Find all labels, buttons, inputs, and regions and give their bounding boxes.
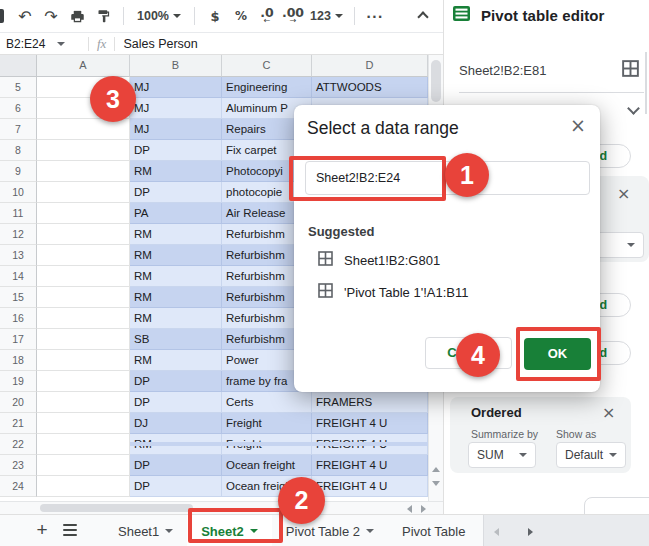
scroll-right-icon[interactable] xyxy=(421,505,426,513)
cell[interactable] xyxy=(37,119,130,140)
cell[interactable] xyxy=(37,371,130,392)
scroll-left-icon[interactable] xyxy=(407,505,412,513)
cell[interactable]: RM xyxy=(130,245,222,266)
scroll-down-icon[interactable] xyxy=(432,481,440,486)
column-header-B[interactable]: B xyxy=(130,55,222,77)
undo-icon[interactable]: ↶ xyxy=(12,4,38,28)
row-header-13[interactable]: 13 xyxy=(0,245,37,266)
row-header-10[interactable]: 10 xyxy=(0,182,37,203)
cell[interactable]: FREIGHT 4 U xyxy=(312,413,428,434)
format-currency-button[interactable]: $ xyxy=(202,4,228,28)
cell[interactable] xyxy=(37,350,130,371)
cell[interactable]: RM xyxy=(130,266,222,287)
add-sheet-button[interactable]: + xyxy=(30,518,54,542)
row-header-22[interactable]: 22 xyxy=(0,434,37,455)
cell[interactable] xyxy=(37,455,130,476)
decrease-decimal-button[interactable]: .0 ← xyxy=(254,4,280,28)
data-range-value[interactable]: Sheet2!B2:E81 xyxy=(459,63,546,78)
all-sheets-menu-icon[interactable] xyxy=(63,524,77,536)
suggested-range-item[interactable]: 'Pivot Table 1'!A1:B11 xyxy=(318,283,468,301)
cell[interactable] xyxy=(37,203,130,224)
vertical-scrollbar-thumb[interactable] xyxy=(431,60,441,102)
cell[interactable] xyxy=(37,434,130,455)
cell[interactable]: DP xyxy=(130,392,222,413)
horizontal-scrollbar-thumb[interactable] xyxy=(40,504,193,512)
row-header-19[interactable]: 19 xyxy=(0,371,37,392)
column-header-D[interactable]: D xyxy=(312,55,428,77)
remove-ordered-icon[interactable]: × xyxy=(602,403,615,422)
cell[interactable] xyxy=(37,287,130,308)
cell[interactable]: MJ xyxy=(130,98,222,119)
paint-format-icon[interactable] xyxy=(90,4,116,28)
dialog-close-icon[interactable]: × xyxy=(570,115,586,135)
collapse-toolbar-icon[interactable] xyxy=(419,7,427,25)
cell[interactable]: SB xyxy=(130,329,222,350)
row-header-21[interactable]: 21 xyxy=(0,413,37,434)
cell[interactable] xyxy=(37,182,130,203)
column-header-A[interactable]: A xyxy=(37,55,130,77)
cell[interactable] xyxy=(37,266,130,287)
column-header-C[interactable]: C xyxy=(222,55,312,77)
row-header-11[interactable]: 11 xyxy=(0,203,37,224)
select-all-corner[interactable] xyxy=(0,55,37,77)
cell[interactable] xyxy=(37,245,130,266)
row-header-24[interactable]: 24 xyxy=(0,476,37,497)
cell[interactable] xyxy=(37,329,130,350)
row-header-20[interactable]: 20 xyxy=(0,392,37,413)
cell[interactable]: MJ xyxy=(130,119,222,140)
cell[interactable]: Certs xyxy=(222,392,312,413)
format-percent-button[interactable]: % xyxy=(228,4,254,28)
cell[interactable]: DP xyxy=(130,455,222,476)
zoom-select[interactable]: 100% xyxy=(131,9,187,23)
row-header-15[interactable]: 15 xyxy=(0,287,37,308)
row-header-7[interactable]: 7 xyxy=(0,119,37,140)
number-format-menu[interactable]: 123 xyxy=(306,9,347,23)
cell[interactable] xyxy=(37,308,130,329)
suggested-range-item[interactable]: Sheet1!B2:G801 xyxy=(318,251,468,269)
increase-decimal-button[interactable]: .00 → xyxy=(280,4,306,28)
cell[interactable]: RM xyxy=(130,350,222,371)
print-icon[interactable] xyxy=(64,4,90,28)
cell[interactable] xyxy=(37,392,130,413)
redo-icon[interactable]: ↷ xyxy=(38,4,64,28)
show-as-select[interactable]: Default xyxy=(556,442,626,468)
cell[interactable] xyxy=(37,413,130,434)
row-header-23[interactable]: 23 xyxy=(0,455,37,476)
cell[interactable]: FREIGHT 4 U xyxy=(312,455,428,476)
cell[interactable]: Freight xyxy=(222,413,312,434)
cell[interactable] xyxy=(37,224,130,245)
cell[interactable]: DP xyxy=(130,371,222,392)
cell[interactable]: Ocean freight xyxy=(222,455,312,476)
formula-input[interactable]: Sales Person xyxy=(123,37,197,51)
cell[interactable]: FRAMERS xyxy=(312,392,428,413)
cell[interactable]: RM xyxy=(130,287,222,308)
cell[interactable]: FREIGHT 4 U xyxy=(312,476,428,497)
row-header-12[interactable]: 12 xyxy=(0,224,37,245)
section-chevron-down-icon[interactable] xyxy=(627,102,640,115)
cell[interactable]: DP xyxy=(130,476,222,497)
summarize-by-select[interactable]: SUM xyxy=(468,442,536,468)
cell[interactable] xyxy=(37,161,130,182)
remove-field-icon[interactable]: × xyxy=(617,184,630,203)
cell[interactable]: DP xyxy=(130,182,222,203)
scroll-up-icon[interactable] xyxy=(432,467,440,472)
tab-scroll-left-icon[interactable] xyxy=(494,528,499,536)
sheet-tab-pivot-table[interactable]: Pivot Table xyxy=(388,515,479,546)
cell[interactable]: DP xyxy=(130,140,222,161)
more-toolbar-button[interactable]: ··· xyxy=(362,4,388,28)
cell[interactable]: RM xyxy=(130,224,222,245)
cell[interactable] xyxy=(37,476,130,497)
cell[interactable]: DJ xyxy=(130,413,222,434)
tab-scroll-right-icon[interactable] xyxy=(528,528,533,536)
row-header-17[interactable]: 17 xyxy=(0,329,37,350)
select-range-icon[interactable] xyxy=(622,60,639,81)
cell[interactable]: PA xyxy=(130,203,222,224)
row-header-5[interactable]: 5 xyxy=(0,77,37,98)
row-header-14[interactable]: 14 xyxy=(0,266,37,287)
cell[interactable]: MJ xyxy=(130,77,222,98)
row-header-9[interactable]: 9 xyxy=(0,161,37,182)
row-header-16[interactable]: 16 xyxy=(0,308,37,329)
cell[interactable]: RM xyxy=(130,161,222,182)
cell[interactable]: Engineering xyxy=(222,77,312,98)
cell[interactable]: RM xyxy=(130,308,222,329)
